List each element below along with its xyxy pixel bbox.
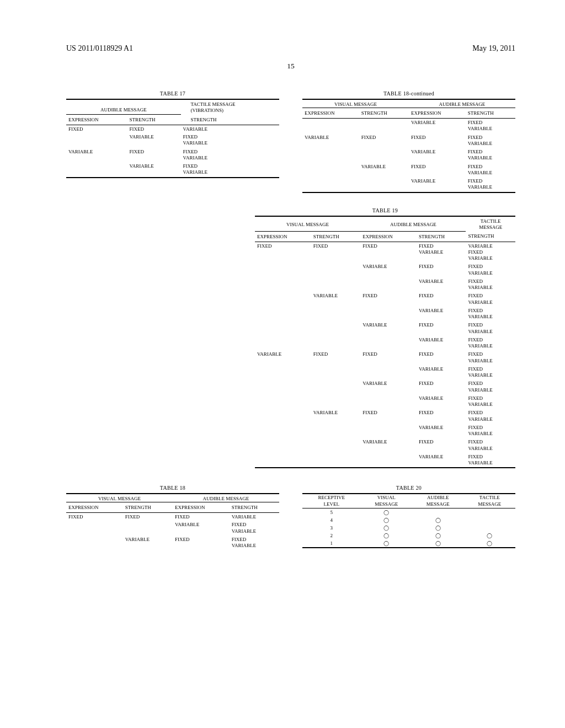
table-row: VARIABLEFIXEDFIXEDVARIABLE <box>66 148 279 163</box>
table-cell <box>360 424 417 438</box>
table20-sub-2: AUDIBLEMESSAGE <box>412 494 463 508</box>
table-cell <box>302 148 359 163</box>
table-cell: FIXED <box>417 438 466 453</box>
table18-sub-1: STRENGTH <box>123 502 173 513</box>
table-cell: FIXEDVARIABLE <box>466 277 515 292</box>
table-cell: FIXEDVARIABLE <box>417 242 466 263</box>
table-cell: VARIABLE <box>409 148 466 163</box>
table-cell: FIXED <box>409 133 466 148</box>
table20-sub-3: TACTILEMESSAGE <box>464 494 515 508</box>
table-cell: VARIABLE <box>181 125 279 133</box>
table-cell <box>311 336 361 351</box>
table-cell: ◯ <box>412 524 463 532</box>
table-cell: ◯ <box>361 532 412 539</box>
table-cell: 1 <box>302 539 361 548</box>
table-cell: FIXEDVARIABLE <box>466 177 515 192</box>
table-cell: VARIABLE <box>417 277 466 292</box>
table-row: VARIABLEFIXEDVARIABLE <box>255 424 515 438</box>
table20-title: TABLE 20 <box>302 485 515 493</box>
table-cell <box>359 148 409 163</box>
table-cell: FIXED <box>417 321 466 336</box>
table18-continued: VISUAL MESSAGE AUDIBLE MESSAGE EXPRESSIO… <box>302 99 515 193</box>
table-cell <box>255 292 311 307</box>
table-row: VARIABLEFIXEDFIXEDVARIABLE <box>66 536 279 550</box>
table-cell: FIXEDVARIABLE <box>466 321 515 336</box>
table19-sub-2: EXPRESSION <box>360 231 417 242</box>
page-number: 15 <box>66 62 515 71</box>
table-cell: VARIABLE <box>173 521 230 536</box>
table18c-title: TABLE 18-continued <box>302 90 515 99</box>
table-cell: VARIABLE <box>123 536 173 550</box>
table-cell <box>255 263 311 277</box>
table-cell <box>302 163 359 178</box>
table-cell: VARIABLE <box>417 424 466 438</box>
table-cell: FIXEDVARIABLE <box>466 263 515 277</box>
table-cell <box>255 424 311 438</box>
table-row: 2◯◯◯ <box>302 532 515 539</box>
table-cell: 5 <box>302 508 361 516</box>
table-cell <box>311 438 361 453</box>
table-cell <box>302 119 359 133</box>
table-cell <box>311 424 361 438</box>
table19: VISUAL MESSAGE AUDIBLE MESSAGE TACTILEME… <box>255 216 515 469</box>
table-cell: ◯ <box>464 532 515 539</box>
table18c-sub-1: STRENGTH <box>359 108 409 119</box>
table18-group-visual: VISUAL MESSAGE <box>66 494 173 502</box>
table-cell <box>360 453 417 468</box>
table19-group-audible: AUDIBLE MESSAGE <box>360 216 466 232</box>
table-cell: FIXEDVARIABLE <box>466 453 515 468</box>
table-cell: ◯ <box>412 532 463 539</box>
table-cell: VARIABLE <box>230 513 279 521</box>
table-cell: VARIABLE <box>360 263 417 277</box>
table-cell <box>255 409 311 424</box>
table-cell: VARIABLE <box>360 321 417 336</box>
table-row: FIXEDFIXEDFIXEDVARIABLE <box>66 513 279 521</box>
table-cell <box>255 307 311 322</box>
table-cell: FIXED <box>127 148 180 163</box>
table18-sub-0: EXPRESSION <box>66 502 123 513</box>
table-cell: 2 <box>302 532 361 539</box>
table-cell <box>255 321 311 336</box>
table-cell: FIXED <box>127 125 180 133</box>
table-row: 4◯◯ <box>302 516 515 524</box>
table-cell: FIXEDVARIABLE <box>181 148 279 163</box>
table-row: VARIABLEFIXEDVARIABLE <box>255 307 515 322</box>
table-cell <box>311 277 361 292</box>
table-cell: FIXEDVARIABLE <box>466 379 515 394</box>
table-cell <box>360 365 417 380</box>
table-cell <box>464 508 515 516</box>
table-cell: FIXEDVARIABLE <box>466 292 515 307</box>
table-cell: VARIABLE <box>409 177 466 192</box>
table18: VISUAL MESSAGE AUDIBLE MESSAGE EXPRESSIO… <box>66 493 279 550</box>
table-cell: VARIABLE <box>417 394 466 409</box>
table-cell <box>359 119 409 133</box>
table19-sub-0: EXPRESSION <box>255 231 311 242</box>
table19-sub-4: STRENGTH <box>466 231 515 242</box>
table-cell: VARIABLE <box>417 453 466 468</box>
table-cell: FIXED <box>360 350 417 365</box>
table-cell <box>311 394 361 409</box>
table-cell: FIXED <box>173 513 230 521</box>
table-cell <box>311 307 361 322</box>
table-cell: ◯ <box>361 516 412 524</box>
table-cell: VARIABLE <box>302 133 359 148</box>
table19-group-tactile: TACTILEMESSAGE <box>466 216 515 232</box>
table-cell: FIXED <box>173 536 230 550</box>
table-cell: ◯ <box>412 539 463 548</box>
table-row: VARIABLEFIXEDFIXEDFIXEDVARIABLE <box>255 292 515 307</box>
table17-sub-2: STRENGTH <box>181 115 279 125</box>
table20-sub-0: RECEPTIVELEVEL <box>302 494 361 508</box>
table18-sub-3: STRENGTH <box>230 502 279 513</box>
table-cell: FIXED <box>417 292 466 307</box>
table-row: VARIABLEFIXEDFIXEDVARIABLE <box>255 321 515 336</box>
table-cell: ◯ <box>464 539 515 548</box>
table-cell <box>66 133 127 148</box>
table20-sub-1: VISUALMESSAGE <box>361 494 412 508</box>
table-cell: FIXEDVARIABLE <box>230 521 279 536</box>
table-row: VARIABLEFIXEDVARIABLE <box>302 148 515 163</box>
table-cell <box>66 536 123 550</box>
publication-date: May 19, 2011 <box>472 44 515 53</box>
table-cell: 4 <box>302 516 361 524</box>
table-row: VARIABLEFIXEDVARIABLE <box>66 521 279 536</box>
table-cell: VARIABLE <box>127 133 180 148</box>
